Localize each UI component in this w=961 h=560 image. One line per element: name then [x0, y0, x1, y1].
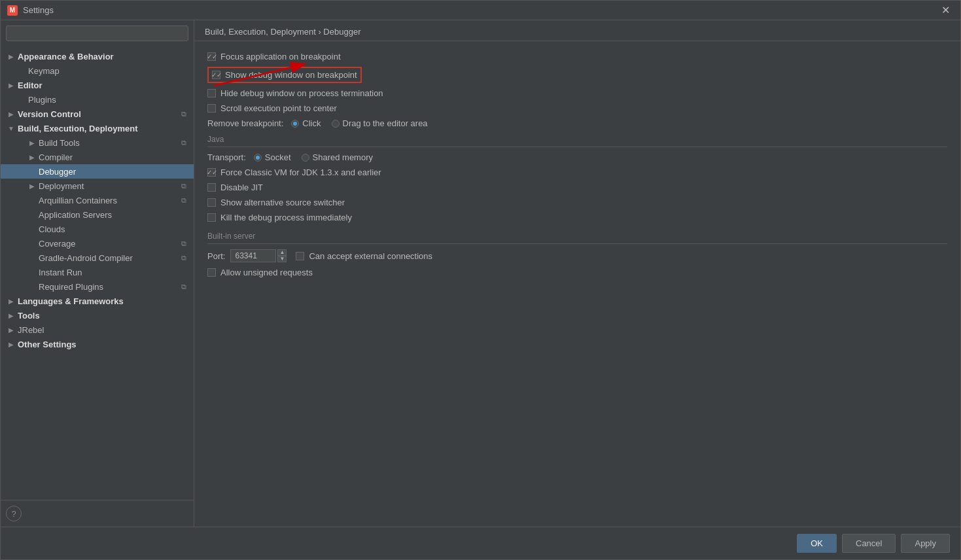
- sidebar-item-build-tools[interactable]: Build Tools ⧉: [1, 135, 194, 150]
- show-alt-source-checkbox[interactable]: Show alternative source switcher: [207, 198, 345, 207]
- arrow-icon: [27, 152, 37, 162]
- focus-breakpoint-checkbox[interactable]: ✓ Focus application on breakpoint: [207, 52, 341, 61]
- sidebar-item-required-plugins[interactable]: Required Plugins ⧉: [1, 279, 194, 294]
- sidebar-item-keymap[interactable]: Keymap: [1, 63, 194, 78]
- arrow-icon: [27, 166, 37, 177]
- close-button[interactable]: ✕: [937, 3, 954, 18]
- sidebar-item-deployment[interactable]: Deployment ⧉: [1, 179, 194, 193]
- java-section-title: Java: [207, 135, 947, 147]
- sidebar-item-label: Clouds: [39, 224, 188, 234]
- arrow-icon: [6, 310, 16, 321]
- radio-shared-memory[interactable]: Shared memory: [302, 152, 373, 162]
- spin-down-button[interactable]: ▼: [277, 256, 287, 262]
- copy-icon: ⧉: [179, 253, 188, 262]
- sidebar-item-app-servers[interactable]: Application Servers: [1, 207, 194, 222]
- sidebar-item-jrebel[interactable]: JRebel: [1, 323, 194, 337]
- sidebar-item-label: JRebel: [18, 325, 188, 335]
- radio-click[interactable]: Click: [291, 118, 321, 128]
- arrow-icon: [6, 339, 16, 349]
- apply-button[interactable]: Apply: [901, 534, 950, 553]
- kill-debug-row: Kill the debug process immediately: [207, 213, 947, 222]
- sidebar-item-label: Version Control: [18, 109, 177, 119]
- kill-debug-label: Kill the debug process immediately: [220, 213, 352, 222]
- copy-icon: ⧉: [179, 196, 188, 205]
- settings-window: M Settings ✕ Appearance & Behavior Keyma…: [0, 0, 961, 560]
- focus-breakpoint-row: ✓ Focus application on breakpoint: [207, 52, 947, 61]
- titlebar: M Settings ✕: [1, 1, 960, 20]
- sidebar: Appearance & Behavior Keymap Editor Plug…: [1, 20, 194, 527]
- sidebar-item-other-settings[interactable]: Other Settings: [1, 337, 194, 351]
- copy-icon: ⧉: [179, 109, 188, 118]
- can-accept-label: Can accept external connections: [309, 251, 432, 261]
- sidebar-item-appearance[interactable]: Appearance & Behavior: [1, 49, 194, 63]
- allow-unsigned-checkbox[interactable]: Allow unsigned requests: [207, 268, 313, 277]
- copy-icon: ⧉: [179, 239, 188, 248]
- hide-debug-window-checkbox[interactable]: Hide debug window on process termination: [207, 88, 383, 98]
- disable-jit-cb: [207, 183, 216, 192]
- arrow-icon: [27, 238, 37, 249]
- sidebar-item-editor[interactable]: Editor: [1, 78, 194, 92]
- arrow-icon: [27, 137, 37, 148]
- ok-button[interactable]: OK: [797, 534, 837, 553]
- can-accept-cb: [296, 252, 304, 260]
- sidebar-item-clouds[interactable]: Clouds: [1, 222, 194, 236]
- force-classic-checkbox[interactable]: ✓ Force Classic VM for JDK 1.3.x and ear…: [207, 167, 381, 177]
- sidebar-item-gradle-android[interactable]: Gradle-Android Compiler ⧉: [1, 251, 194, 265]
- arrow-icon: [27, 209, 37, 220]
- can-accept-checkbox[interactable]: Can accept external connections: [296, 251, 432, 261]
- sidebar-item-label: Keymap: [28, 66, 188, 76]
- show-alt-source-label: Show alternative source switcher: [220, 198, 345, 207]
- sidebar-item-arquillian[interactable]: Arquillian Containers ⧉: [1, 193, 194, 207]
- hide-debug-window-cb: [207, 89, 216, 97]
- content-body: ✓ Focus application on breakpoint ✓ Show…: [194, 41, 960, 527]
- port-input[interactable]: [230, 249, 276, 262]
- help-button[interactable]: ?: [6, 506, 22, 521]
- sidebar-item-plugins[interactable]: Plugins: [1, 92, 194, 107]
- show-debug-window-cb: ✓: [212, 71, 220, 79]
- sidebar-item-label: Debugger: [39, 167, 188, 177]
- radio-drag[interactable]: Drag to the editor area: [332, 118, 428, 128]
- show-alt-source-row: Show alternative source switcher: [207, 198, 947, 207]
- sidebar-item-label: Compiler: [39, 152, 188, 162]
- sidebar-item-label: Coverage: [39, 239, 177, 249]
- remove-breakpoint-row: Remove breakpoint: Click Drag to the edi…: [207, 118, 947, 128]
- radio-shared-memory-btn: [302, 154, 309, 162]
- show-debug-window-checkbox[interactable]: ✓ Show debug window on breakpoint: [207, 67, 362, 83]
- allow-unsigned-label: Allow unsigned requests: [220, 268, 313, 277]
- radio-drag-btn: [332, 120, 340, 128]
- kill-debug-checkbox[interactable]: Kill the debug process immediately: [207, 213, 352, 222]
- disable-jit-checkbox[interactable]: Disable JIT: [207, 183, 263, 192]
- sidebar-item-debugger[interactable]: Debugger: [1, 164, 194, 179]
- copy-icon: ⧉: [179, 181, 188, 190]
- sidebar-item-languages[interactable]: Languages & Frameworks: [1, 294, 194, 308]
- show-alt-source-cb: [207, 198, 216, 207]
- arrow-icon: [6, 80, 16, 90]
- sidebar-item-instant-run[interactable]: Instant Run: [1, 265, 194, 279]
- sidebar-bottom: ?: [1, 500, 194, 527]
- arrow-icon: [27, 224, 37, 234]
- sidebar-item-coverage[interactable]: Coverage ⧉: [1, 236, 194, 251]
- spin-up-button[interactable]: ▲: [277, 249, 287, 256]
- scroll-exec-checkbox[interactable]: Scroll execution point to center: [207, 103, 337, 113]
- copy-icon: ⧉: [179, 282, 188, 291]
- arrow-icon: [16, 65, 27, 76]
- sidebar-item-label: Build Tools: [39, 138, 177, 148]
- scroll-exec-cb: [207, 104, 216, 113]
- content-area: Build, Execution, Deployment › Debugger …: [194, 20, 960, 527]
- breadcrumb: Build, Execution, Deployment › Debugger: [205, 27, 360, 37]
- sidebar-item-version-control[interactable]: Version Control ⧉: [1, 107, 194, 121]
- arrow-icon: [27, 181, 37, 191]
- search-input[interactable]: [6, 26, 188, 41]
- radio-socket[interactable]: Socket: [254, 152, 291, 162]
- builtin-server-section-title: Built-in server: [207, 232, 947, 244]
- arrow-icon: [6, 123, 16, 133]
- sidebar-item-compiler[interactable]: Compiler: [1, 150, 194, 164]
- cancel-button[interactable]: Cancel: [842, 534, 896, 553]
- sidebar-item-tools[interactable]: Tools: [1, 308, 194, 323]
- force-classic-cb: ✓: [207, 168, 216, 177]
- sidebar-item-label: Appearance & Behavior: [18, 52, 188, 61]
- radio-click-btn: [291, 120, 299, 128]
- sidebar-item-build-exec[interactable]: Build, Execution, Deployment: [1, 121, 194, 135]
- show-debug-window-row: ✓ Show debug window on breakpoint: [207, 67, 947, 83]
- radio-shared-memory-label: Shared memory: [313, 152, 373, 162]
